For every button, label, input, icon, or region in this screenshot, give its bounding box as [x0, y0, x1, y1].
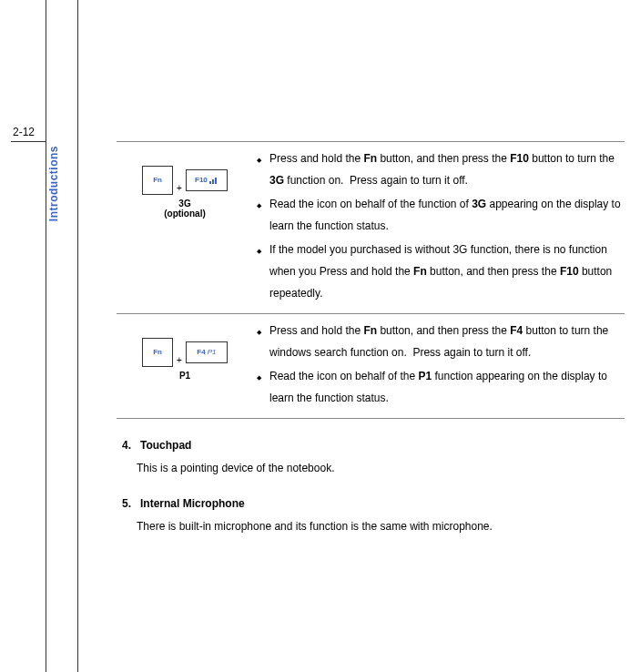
section-number: 5.	[122, 497, 131, 510]
section-body: There is built-in microphone and its fun…	[137, 517, 625, 535]
section-side-label: Introductions	[47, 146, 60, 221]
key-column: Fn + F10 3G (optional)	[117, 148, 253, 306]
fn-key-label: Fn	[153, 177, 162, 184]
key-combo: Fn + F10	[117, 166, 253, 195]
fn-key-icon: Fn	[142, 338, 173, 367]
fn-row-p1: Fn + F4 P1 P1 Press and hold the Fn butt…	[117, 314, 625, 419]
section-heading: 4. Touchpad	[122, 439, 625, 452]
f4-key-icon: F4 P1	[186, 341, 228, 363]
section-number: 4.	[122, 439, 131, 452]
key-subcaption-optional: (optional)	[117, 209, 253, 219]
key-column: Fn + F4 P1 P1	[117, 320, 253, 411]
bullet-item: Press and hold the Fn button, and then p…	[253, 148, 625, 191]
key-combo: Fn + F4 P1	[117, 338, 253, 367]
section-heading: 5. Internal Microphone	[122, 497, 625, 510]
fn-key-icon: Fn	[142, 166, 173, 195]
f10-key-label: F10	[195, 177, 208, 184]
section-title: Touchpad	[140, 439, 191, 452]
fn-key-label: Fn	[153, 349, 162, 356]
bullet-item: Press and hold the Fn button, and then p…	[253, 320, 625, 363]
key-caption-3g: 3G	[117, 199, 253, 209]
page-number: 2-12	[13, 126, 35, 138]
bullet-list: Press and hold the Fn button, and then p…	[253, 320, 625, 409]
p1-key-extra: P1	[208, 349, 217, 356]
plus-icon: +	[177, 183, 182, 193]
page: 2-12 Introductions Fn + F10 3G (optional…	[0, 0, 630, 672]
section-title: Internal Microphone	[140, 497, 245, 510]
vertical-rule-inner	[77, 0, 78, 672]
bullet-item: If the model you purchased is without 3G…	[253, 239, 625, 304]
key-caption-p1: P1	[117, 371, 253, 381]
bullet-item: Read the icon on behalf of the P1 functi…	[253, 365, 625, 409]
section-internal-microphone: 5. Internal Microphone There is built-in…	[122, 497, 625, 535]
bullet-item: Read the icon on behalf of the function …	[253, 193, 625, 237]
f4-key-label: F4	[197, 349, 205, 356]
section-touchpad: 4. Touchpad This is a pointing device of…	[122, 439, 625, 477]
description-column: Press and hold the Fn button, and then p…	[253, 148, 625, 306]
content-area: Fn + F10 3G (optional) Press and hold th…	[117, 141, 625, 536]
vertical-rule-outer	[46, 0, 46, 672]
section-body: This is a pointing device of the noteboo…	[137, 459, 625, 477]
plus-icon: +	[177, 355, 182, 365]
signal-icon	[209, 177, 218, 184]
f10-key-icon: F10	[186, 169, 228, 191]
description-column: Press and hold the Fn button, and then p…	[253, 320, 625, 411]
bullet-list: Press and hold the Fn button, and then p…	[253, 148, 625, 304]
fn-row-3g: Fn + F10 3G (optional) Press and hold th…	[117, 141, 625, 314]
page-number-rule	[11, 141, 46, 142]
